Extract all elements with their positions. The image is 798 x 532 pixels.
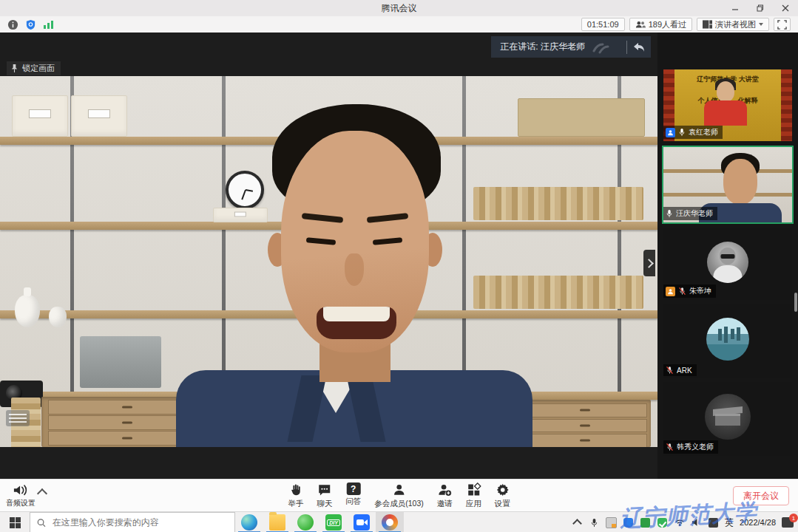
participant-name: 朱帝坤: [689, 286, 711, 296]
invite-button[interactable]: 邀请: [437, 482, 453, 509]
tray-display-icon[interactable]: [708, 517, 719, 528]
tray-mic-icon[interactable]: [589, 517, 600, 528]
storage-box: [71, 95, 127, 137]
invite-label: 邀请: [437, 499, 453, 509]
invite-icon: [437, 482, 452, 497]
viewers-icon: [635, 20, 646, 29]
minimize-icon: [731, 4, 739, 12]
status-right-group: 01:51:09 189人看过 演讲者视图: [581, 18, 791, 31]
taskbar-app-edge[interactable]: [235, 512, 263, 532]
host-badge-icon: [666, 128, 675, 137]
participant-tile[interactable]: ARK: [663, 304, 792, 378]
network-signal-icon[interactable]: [43, 19, 55, 30]
pin-label: 锁定画面: [22, 63, 55, 74]
shelf-post: [222, 76, 226, 401]
drawer-box: [213, 208, 268, 222]
participants-icon: [391, 482, 406, 497]
raise-hand-button[interactable]: 举手: [288, 482, 303, 509]
participant-name: 袁红老师: [689, 127, 718, 137]
taskbar-app-green[interactable]: [291, 512, 319, 532]
search-input[interactable]: [51, 516, 228, 528]
tray-volume-icon[interactable]: [691, 517, 702, 528]
reply-arrow-icon[interactable]: [633, 42, 645, 52]
tencent-meeting-window: 腾讯会议 01:51:09 189人看过: [0, 0, 798, 532]
participant-red-top: [704, 100, 747, 126]
apps-label: 应用: [466, 499, 481, 509]
sidebar-scrollbar[interactable]: [794, 293, 797, 312]
mic-muted-icon: [678, 287, 686, 296]
windows-taskbar: DIY 英 2022/4/28 1: [0, 511, 798, 532]
taskbar-app-capture[interactable]: [376, 512, 404, 532]
security-shield-icon[interactable]: [25, 19, 36, 30]
chat-icon: [317, 482, 332, 497]
speaking-banner: 正在讲话: 汪庆华老师: [491, 36, 651, 58]
participants-button[interactable]: 参会成员(103): [374, 482, 424, 509]
taskbar-app-tencent-meeting[interactable]: [348, 512, 376, 532]
participant-tile[interactable]: 韩秀义老师: [663, 382, 792, 456]
book-row: [473, 187, 643, 220]
raise-hand-icon: [288, 482, 303, 497]
participant-label: 袁红老师: [663, 126, 723, 139]
audio-settings-button[interactable]: 音频设置: [6, 482, 35, 508]
system-tray: 英 2022/4/28 1: [572, 512, 798, 532]
tray-expand-button[interactable]: [572, 517, 583, 528]
audio-options-chevron-icon[interactable]: [37, 488, 47, 499]
apps-button[interactable]: 应用: [466, 482, 481, 509]
participant-name: ARK: [677, 366, 692, 375]
meeting-control-bar: 音频设置 举手 聊天 ? 问答 参会成员(103): [0, 479, 798, 512]
pin-icon: [10, 64, 18, 73]
audio-settings-group: 音频设置: [6, 482, 46, 508]
participant-avatar: [706, 318, 749, 361]
chat-label: 聊天: [317, 499, 332, 509]
participant-head: [717, 81, 734, 102]
participant-label: ARK: [663, 364, 697, 376]
mini-speaker-face: [723, 159, 757, 205]
view-mode-caret-icon: [759, 23, 763, 26]
wall-clock: [226, 171, 264, 209]
participant-avatar: [707, 242, 748, 283]
tray-screenshot-icon[interactable]: [606, 517, 617, 528]
tray-wifi-icon[interactable]: [674, 517, 685, 528]
meeting-info-icon[interactable]: [7, 19, 18, 30]
view-mode-button[interactable]: 演讲者视图: [697, 18, 769, 31]
ime-indicator[interactable]: 英: [725, 516, 734, 529]
tray-defender-shield-icon[interactable]: [657, 517, 668, 528]
start-button[interactable]: [0, 512, 30, 532]
minimize-button[interactable]: [723, 0, 748, 16]
tray-antivirus-icon[interactable]: [640, 517, 651, 528]
participant-tile[interactable]: 辽宁师范大学 大讲堂 个人信息……化解释 主讲人 袁红老师: [663, 69, 792, 141]
notification-center-icon[interactable]: 1: [782, 517, 794, 528]
participant-avatar: [705, 394, 751, 440]
participant-name: 汪庆华老师: [676, 208, 713, 219]
fullscreen-icon: [777, 20, 787, 30]
raise-hand-label: 举手: [288, 499, 303, 509]
leave-meeting-button[interactable]: 离开会议: [733, 486, 789, 505]
view-mode-label: 演讲者视图: [715, 19, 756, 30]
chat-button[interactable]: 聊天: [317, 482, 332, 509]
timer-text: 01:51:09: [587, 20, 619, 29]
white-vase: [15, 295, 40, 327]
taskbar-date[interactable]: 2022/4/28: [740, 519, 776, 527]
viewers-button[interactable]: 189人看过: [629, 18, 692, 31]
caption-list-icon[interactable]: [6, 410, 30, 426]
participant-tile-active-speaker[interactable]: 汪庆华老师: [663, 147, 792, 222]
participants-label: 参会成员(103): [374, 499, 424, 509]
participant-tile[interactable]: 朱帝坤: [663, 228, 792, 300]
pin-view-button[interactable]: 锁定画面: [7, 61, 61, 75]
settings-button[interactable]: 设置: [495, 482, 510, 509]
taskbar-search[interactable]: [30, 512, 235, 532]
qa-button[interactable]: ? 问答: [345, 482, 361, 507]
speaking-label: 正在讲话: 汪庆华老师: [500, 41, 585, 53]
restore-button[interactable]: [748, 0, 773, 16]
tray-security-shield-icon[interactable]: [623, 517, 634, 528]
book-row: [473, 276, 643, 309]
taskbar-app-diy[interactable]: DIY: [319, 512, 348, 532]
close-button[interactable]: [773, 0, 798, 16]
taskbar-app-file-explorer[interactable]: [263, 512, 291, 532]
fullscreen-button[interactable]: [774, 18, 791, 31]
qa-icon: ?: [346, 482, 360, 495]
shelf-post: [462, 76, 466, 401]
sidebar-collapse-handle[interactable]: [643, 250, 655, 276]
audio-settings-icon: [12, 482, 30, 497]
qa-label: 问答: [345, 497, 361, 507]
